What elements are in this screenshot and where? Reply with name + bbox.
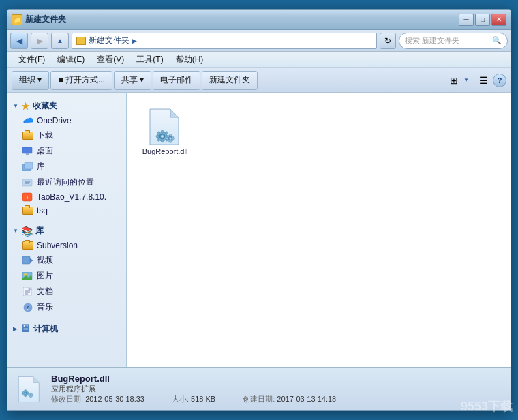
status-details: 修改日期: 2012-05-30 18:33 大小: 518 KB 创建日期: … <box>51 394 502 404</box>
video-label: 视频 <box>37 254 53 266</box>
title-controls: ─ □ ✕ <box>459 14 506 26</box>
pictures-label: 图片 <box>37 270 53 282</box>
refresh-button[interactable]: ↻ <box>380 33 396 49</box>
file-name: BugReport.dll <box>142 147 188 155</box>
svg-rect-48 <box>29 394 30 395</box>
svg-point-21 <box>161 135 164 138</box>
sidebar-item-docs[interactable]: 文档 <box>7 284 126 299</box>
library-sidebar-label: 库 <box>37 161 45 172</box>
library-header[interactable]: ▼ 📚 库 <box>7 223 126 239</box>
sidebar-item-music[interactable]: ♪ 音乐 <box>7 299 126 315</box>
svg-rect-46 <box>30 393 31 394</box>
sidebar-item-video[interactable]: 视频 <box>7 252 126 268</box>
breadcrumb-arrow: ▶ <box>132 38 137 44</box>
sidebar-item-recent[interactable]: 最近访问的位置 <box>7 175 126 190</box>
svg-rect-43 <box>28 392 29 393</box>
folder-title-icon: 📁 <box>12 14 22 25</box>
sidebar-item-desktop[interactable]: 桌面 <box>7 143 126 159</box>
sidebar-item-onedrive[interactable]: OneDrive <box>7 114 126 127</box>
pictures-icon <box>22 271 33 281</box>
favorites-arrow: ▼ <box>13 103 18 109</box>
menu-edit[interactable]: 编辑(E) <box>52 52 90 67</box>
close-button[interactable]: ✕ <box>491 14 506 26</box>
search-bar[interactable]: 搜索 新建文件夹 🔍 <box>399 33 508 49</box>
svg-rect-40 <box>25 389 26 391</box>
view-dropdown-arrow[interactable]: ▼ <box>463 77 469 83</box>
dll-icon-svg <box>149 108 181 146</box>
title-bar: 📁 新建文件夹 ─ □ ✕ <box>7 10 511 30</box>
email-button[interactable]: 电子邮件 <box>153 71 200 90</box>
sidebar-item-pictures[interactable]: 图片 <box>7 268 126 284</box>
menu-view[interactable]: 查看(V) <box>91 52 130 67</box>
sidebar-item-tsq[interactable]: tsq <box>7 204 126 217</box>
favorites-star-icon: ★ <box>21 101 30 112</box>
open-with-label: ■ 打开方式... <box>58 74 105 86</box>
favorites-section: ▼ ★ 收藏夹 OneDrive 下载 <box>7 98 126 217</box>
recent-icon <box>22 178 33 188</box>
watermark: 9553下载 <box>461 398 513 415</box>
onedrive-label: OneDrive <box>37 116 72 125</box>
svg-rect-33 <box>170 134 172 136</box>
svg-marker-9 <box>30 258 33 262</box>
organize-button[interactable]: 组织 ▾ <box>12 71 49 90</box>
sidebar-item-library[interactable]: 库 <box>7 159 126 175</box>
downloads-label: 下载 <box>37 130 53 141</box>
computer-header[interactable]: ▶ 🖥 计算机 <box>7 320 126 337</box>
created-label: 创建日期: <box>243 395 275 403</box>
desktop-icon <box>22 147 33 156</box>
svg-rect-1 <box>26 153 29 155</box>
menu-tools[interactable]: 工具(T) <box>131 52 168 67</box>
organize-label: 组织 ▾ <box>19 74 42 86</box>
svg-rect-42 <box>22 392 23 393</box>
sidebar-item-subversion[interactable]: Subversion <box>7 239 126 252</box>
svg-rect-12 <box>23 287 31 296</box>
maximize-button[interactable]: □ <box>475 14 490 26</box>
svg-rect-22 <box>162 130 164 133</box>
dll-file-icon <box>149 108 181 146</box>
menu-file[interactable]: 文件(F) <box>13 52 50 67</box>
size-label: 大小: <box>172 395 189 403</box>
svg-rect-49 <box>32 394 33 395</box>
view-toggle-button[interactable]: ⊞ <box>446 72 462 89</box>
back-button[interactable]: ◀ <box>10 33 28 49</box>
svg-point-39 <box>25 392 26 393</box>
music-icon: ♪ <box>22 303 33 312</box>
up-button[interactable]: ▲ <box>51 33 69 49</box>
computer-icon: 🖥 <box>20 322 31 335</box>
svg-rect-0 <box>22 147 32 153</box>
address-bar: ◀ ▶ ▲ 新建文件夹 ▶ ↻ 搜索 新建文件夹 🔍 <box>7 30 511 52</box>
menu-help[interactable]: 帮助(H) <box>170 52 209 67</box>
forward-button[interactable]: ▶ <box>31 33 48 49</box>
subversion-icon <box>22 241 33 250</box>
docs-icon <box>22 287 33 297</box>
status-type: 应用程序扩展 <box>51 384 502 394</box>
svg-rect-41 <box>25 395 26 396</box>
new-folder-button[interactable]: 新建文件夹 <box>202 71 258 90</box>
size-value: 518 KB <box>191 395 215 403</box>
sidebar-item-downloads[interactable]: 下载 <box>7 127 126 143</box>
address-input[interactable]: 新建文件夹 ▶ <box>72 33 377 49</box>
details-pane-button[interactable]: ☰ <box>475 72 491 89</box>
svg-rect-4 <box>25 162 33 169</box>
email-label: 电子邮件 <box>160 74 193 86</box>
minimize-button[interactable]: ─ <box>459 14 474 26</box>
help-button[interactable]: ? <box>493 74 506 87</box>
explorer-window: 📁 新建文件夹 ─ □ ✕ ◀ ▶ ▲ 新建文件夹 ▶ ↻ 搜索 新建文件夹 🔍… <box>7 9 511 411</box>
svg-text:T: T <box>26 194 29 200</box>
share-button[interactable]: 共享 ▾ <box>114 71 151 90</box>
menu-bar: 文件(F) 编辑(E) 查看(V) 工具(T) 帮助(H) <box>7 52 511 68</box>
computer-arrow: ▶ <box>13 326 17 332</box>
new-folder-label: 新建文件夹 <box>209 74 250 86</box>
library-icon <box>22 162 33 172</box>
sidebar-item-taobao[interactable]: T TaoBao_V1.7.8.10. <box>7 190 126 204</box>
modified-value: 2012-05-30 18:33 <box>85 395 144 403</box>
breadcrumb-path: 新建文件夹 <box>89 35 130 46</box>
desktop-label: 桌面 <box>37 145 53 157</box>
file-item-bugreport[interactable]: BugReport.dll <box>138 104 192 160</box>
created-value: 2017-03-13 14:18 <box>277 395 336 403</box>
video-icon <box>22 256 33 265</box>
main-content: ▼ ★ 收藏夹 OneDrive 下载 <box>7 93 511 367</box>
modified-label: 修改日期: <box>51 395 83 403</box>
open-with-button[interactable]: ■ 打开方式... <box>50 71 112 90</box>
favorites-header[interactable]: ▼ ★ 收藏夹 <box>7 98 126 114</box>
